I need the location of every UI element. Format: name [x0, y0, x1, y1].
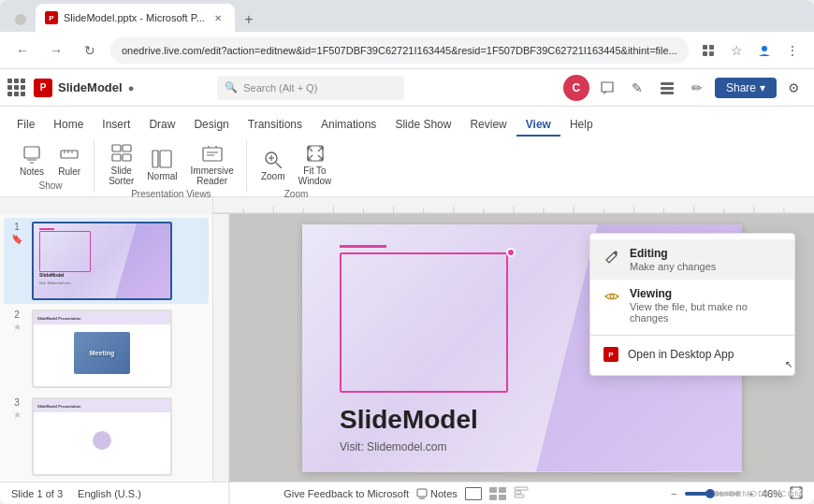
- slide-1-preview[interactable]: SlideModel Visit: Slidemodel.com: [32, 222, 172, 300]
- slide-1-number-col: 1 🔖: [7, 222, 26, 244]
- ribbon-tab-design[interactable]: Design: [184, 114, 238, 137]
- svg-rect-17: [123, 145, 131, 151]
- normal-view-button[interactable]: Normal: [142, 146, 182, 184]
- viewing-option[interactable]: Viewing View the file, but make no chang…: [590, 280, 794, 331]
- view-toggle-normal[interactable]: [465, 487, 482, 500]
- user-avatar[interactable]: C: [563, 75, 589, 101]
- zoom-button[interactable]: Zoom: [256, 146, 290, 184]
- slide-selection-box[interactable]: [340, 252, 508, 393]
- slide-2-number: 2: [14, 310, 20, 320]
- open-desktop-app-option[interactable]: P Open in Desktop App: [590, 339, 794, 369]
- zoom-fill: [685, 492, 707, 496]
- app-grid-icon[interactable]: [7, 79, 26, 97]
- tab-close-button[interactable]: ✕: [211, 10, 225, 25]
- svg-rect-2: [709, 45, 714, 50]
- search-icon: 🔍: [225, 81, 238, 94]
- ribbon-tab-animations[interactable]: Animations: [312, 114, 385, 137]
- slide-logo-text[interactable]: SlideModel: [340, 405, 478, 435]
- ruler-corner: [0, 197, 213, 214]
- back-button[interactable]: ←: [9, 37, 36, 64]
- svg-rect-55: [515, 491, 521, 494]
- comments-button[interactable]: [595, 76, 619, 100]
- share-button[interactable]: Share ▾: [715, 78, 777, 98]
- ribbon-tab-file[interactable]: File: [7, 114, 44, 137]
- ribbon-tab-transitions[interactable]: Transitions: [239, 114, 312, 137]
- ribbon-tab-draw[interactable]: Draw: [139, 114, 184, 137]
- ruler-button[interactable]: Ruler: [52, 141, 86, 180]
- profile-button[interactable]: [752, 38, 777, 63]
- ribbon-tab-insert[interactable]: Insert: [93, 114, 139, 137]
- track-changes-button[interactable]: ✎: [625, 76, 649, 100]
- slide-sorter-button[interactable]: SlideSorter: [104, 140, 138, 189]
- slide-handle[interactable]: [506, 248, 516, 257]
- ribbon-group-presentation-views: SlideSorter Normal Immersi: [96, 140, 247, 193]
- ribbon-tab-home[interactable]: Home: [44, 114, 93, 137]
- slide-3-thumbnail[interactable]: 3 ★ SlideModel Presentation: [4, 394, 209, 480]
- svg-rect-12: [61, 151, 78, 158]
- immersive-reader-button[interactable]: ImmersiveReader: [186, 140, 239, 189]
- new-tab-button[interactable]: +: [237, 7, 261, 32]
- refresh-button[interactable]: ↻: [77, 37, 103, 64]
- svg-point-51: [610, 295, 614, 298]
- ribbon-tab-help[interactable]: Help: [560, 114, 603, 137]
- ribbon-group-zoom-items: Zoom Fit ToWindow: [256, 140, 337, 189]
- extensions-button[interactable]: [696, 38, 720, 63]
- slide-1-thumbnail[interactable]: 1 🔖 SlideModel Visit: Slidemodel.com: [4, 218, 209, 304]
- settings-button[interactable]: ⚙: [782, 76, 807, 100]
- fit-to-window-button[interactable]: Fit ToWindow: [294, 140, 337, 189]
- svg-rect-8: [661, 92, 674, 94]
- normal-view-icon: [152, 149, 172, 169]
- svg-line-26: [276, 163, 282, 168]
- viewing-desc: View the file, but make no changes: [630, 301, 781, 324]
- svg-rect-21: [160, 151, 171, 167]
- address-bar-input[interactable]: onedrive.live.com/edit?action=editnew&id…: [110, 37, 689, 64]
- svg-rect-1: [703, 45, 707, 50]
- slide-3-number: 3: [14, 397, 20, 408]
- notes-button-status[interactable]: Notes: [416, 488, 458, 499]
- slide-2-preview[interactable]: SlideModel Presentation Meeting: [32, 310, 172, 388]
- feedback-link[interactable]: Give Feedback to Microsoft: [283, 488, 409, 499]
- viewing-eye-icon: [603, 288, 620, 305]
- show-group-label: Show: [39, 180, 63, 193]
- app-header: P SlideModel ● 🔍 Search (Alt + Q) C ✎ ✏: [0, 69, 814, 107]
- ribbon-tab-slide-show[interactable]: Slide Show: [385, 114, 460, 137]
- svg-rect-7: [661, 87, 674, 90]
- ruler-label: Ruler: [58, 166, 80, 177]
- dropdown-divider: [590, 335, 794, 336]
- ribbon-group-show-items: Notes Ruler: [15, 140, 86, 180]
- notes-icon-status: [416, 488, 428, 499]
- ribbon-tab-review[interactable]: Review: [460, 114, 516, 137]
- address-text: onedrive.live.com/edit?action=editnew&id…: [122, 45, 677, 56]
- view-toggle-grid[interactable]: [489, 487, 506, 500]
- search-placeholder: Search (Alt + Q): [243, 82, 317, 94]
- zoom-decrease-button[interactable]: −: [671, 488, 676, 499]
- views-button[interactable]: [655, 76, 679, 100]
- immersive-reader-icon: [202, 143, 223, 164]
- slide-3-bookmark: ★: [13, 410, 22, 420]
- view-toggle-outline[interactable]: [514, 486, 529, 501]
- slide-2-thumbnail[interactable]: 2 ★ SlideModel Presentation Meeting: [4, 306, 209, 392]
- editing-desc: Make any changes: [630, 261, 716, 272]
- edit-mode-button[interactable]: ✏: [685, 76, 709, 100]
- svg-rect-19: [123, 154, 131, 161]
- watermark-text: SLIDEMODEL.COM: [713, 489, 803, 498]
- editing-option[interactable]: Editing Make any changes ↖: [590, 239, 794, 280]
- ribbon: File Home Insert Draw Design Transitions…: [0, 107, 814, 197]
- svg-rect-6: [661, 82, 674, 85]
- ruler-icon: [59, 144, 80, 165]
- ribbon-tab-view[interactable]: View: [516, 114, 560, 137]
- ribbon-tab-bar: File Home Insert Draw Design Transitions…: [0, 107, 814, 137]
- bookmark-button[interactable]: ☆: [724, 38, 749, 63]
- browser-address-bar: ← → ↻ onedrive.live.com/edit?action=edit…: [0, 32, 814, 69]
- slide-visit-text[interactable]: Visit: Slidemodel.com: [340, 440, 447, 454]
- slide-count: Slide 1 of 3: [11, 488, 63, 499]
- svg-rect-20: [153, 151, 158, 167]
- forward-button[interactable]: →: [43, 37, 69, 64]
- active-tab[interactable]: P SlideModel.pptx - Microsoft P... ✕: [36, 4, 235, 32]
- more-button[interactable]: ⋮: [780, 38, 805, 63]
- app-search-bar[interactable]: 🔍 Search (Alt + Q): [217, 76, 404, 100]
- slide-3-preview[interactable]: SlideModel Presentation: [32, 397, 172, 476]
- slide-1-bookmark: 🔖: [11, 234, 22, 244]
- notes-button[interactable]: Notes: [15, 141, 49, 180]
- open-desktop-label: Open in Desktop App: [628, 348, 734, 361]
